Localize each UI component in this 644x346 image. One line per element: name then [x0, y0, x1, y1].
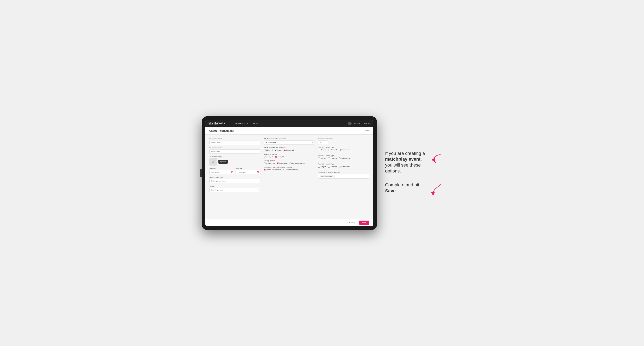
round1-fourball-radio[interactable] — [328, 149, 330, 151]
round2-fourball[interactable]: Fourball — [328, 157, 337, 159]
rounds-4[interactable]: 4 — [280, 156, 284, 158]
round3-foursomes[interactable]: Foursomes — [339, 166, 350, 168]
rounds-3-radio[interactable] — [275, 156, 277, 158]
scoring-match-radio[interactable] — [277, 162, 279, 164]
gender-combined-radio[interactable] — [284, 149, 286, 151]
round3-fourball[interactable]: Fourball — [328, 166, 337, 168]
round3-fourball-radio[interactable] — [328, 166, 330, 168]
gender-mens-radio[interactable] — [264, 149, 266, 151]
round1-label: Round 1 - Match Type — [318, 146, 369, 148]
tournament-logo-label: Tournament logo — [210, 156, 260, 158]
end-date-wrapper: 📅 — [236, 170, 260, 174]
round3-foursomes-radio[interactable] — [339, 166, 341, 168]
image-icon: 🖼 — [212, 160, 214, 164]
back-button[interactable]: ‹ Back — [364, 130, 369, 132]
event-teams[interactable]: Teams (+Individuals) — [264, 169, 282, 171]
rounds-1-radio[interactable] — [264, 156, 266, 158]
gender-womens[interactable]: Womens — [272, 149, 281, 151]
annotation-top: If you are creating a matchplay event, y… — [385, 151, 442, 174]
venue-field: Venue ▾ — [210, 185, 260, 192]
api-arrow-icon: ▾ — [362, 175, 363, 177]
api-select[interactable]: Leaderboard King ✕ ▾ — [318, 174, 369, 179]
round2-foursomes-radio[interactable] — [339, 157, 341, 159]
venue-input[interactable] — [210, 188, 260, 192]
rounds-3[interactable]: 3 — [275, 156, 278, 158]
round2-label: Round 2 - Match Type — [318, 155, 369, 157]
side-tab — [200, 169, 202, 177]
scoring-stroke[interactable]: Stroke Play — [264, 162, 275, 164]
nav-tournaments[interactable]: TOURNAMENTS — [230, 120, 250, 127]
annotation-bottom-text: Complete and hit Save. — [385, 182, 428, 194]
round3-singles[interactable]: Singles — [318, 166, 326, 168]
gender-mens[interactable]: Mens — [264, 149, 270, 151]
event-teams-radio[interactable] — [264, 169, 266, 171]
round3-singles-radio[interactable] — [318, 166, 320, 168]
tournament-host-input[interactable] — [210, 141, 260, 145]
api-close-icon[interactable]: ✕ — [333, 175, 334, 177]
round2-singles[interactable]: Singles — [318, 157, 326, 159]
gender-womens-radio[interactable] — [272, 149, 274, 151]
tournament-name-field: Tournament name — [210, 147, 260, 154]
tablet-screen: SCOREBOARD Powered by clippit TOURNAMENT… — [205, 120, 373, 226]
upload-button[interactable]: Upload — [218, 160, 228, 164]
round1-foursomes-radio[interactable] — [339, 149, 341, 151]
round2-section: Round 2 - Match Type Singles Fourball — [318, 155, 369, 159]
scoring-label: Scoring system — [264, 160, 315, 162]
round1-fourball[interactable]: Fourball — [328, 149, 337, 151]
division-select-wrapper: NCAA Division I ▾ — [264, 140, 315, 145]
venue-select-wrapper: ▾ — [210, 188, 260, 192]
division-select[interactable]: NCAA Division I ▾ — [264, 140, 315, 145]
tablet-device: SCOREBOARD Powered by clippit TOURNAMENT… — [202, 116, 377, 230]
event-individuals[interactable]: Individuals Only — [284, 169, 298, 171]
logo-placeholder: 🖼 — [210, 158, 217, 166]
gender-label: Which gender is the event for? — [264, 147, 315, 149]
round2-fourball-radio[interactable] — [328, 157, 330, 159]
cancel-button[interactable]: Cancel — [347, 221, 357, 225]
nav-right: T Test User | Sign out — [348, 122, 370, 125]
api-badge: Leaderboard King ✕ — [320, 175, 335, 177]
round1-singles[interactable]: Singles — [318, 149, 326, 151]
third-party-api-label: Use third-party live scoring API? — [318, 172, 369, 173]
scoring-stroke-radio[interactable] — [264, 162, 266, 164]
annotation-top-text: If you are creating a matchplay event, y… — [385, 151, 428, 174]
max-team-size-field: Maximum Team Size — [318, 138, 369, 144]
signout-link[interactable]: Sign out — [364, 123, 370, 124]
nav-links: TOURNAMENTS TEAMS — [230, 120, 262, 127]
rounds-1[interactable]: 1 — [264, 156, 267, 158]
sponsor-field: Sponsor (optional) — [210, 176, 260, 183]
tournament-name-input[interactable] — [210, 149, 260, 154]
end-date-input[interactable] — [236, 170, 260, 174]
arrow-top-icon — [430, 153, 442, 163]
round3-label: Round 3 - Match Type — [318, 163, 369, 165]
save-button[interactable]: Save — [359, 221, 369, 225]
venue-label: Venue — [210, 185, 260, 187]
tournament-host-select-wrapper — [210, 140, 260, 145]
tournament-host-label: Tournament Host — [210, 138, 260, 140]
sponsor-label: Sponsor (optional) — [210, 176, 260, 178]
start-date-input[interactable] — [210, 170, 234, 174]
event-individuals-radio[interactable] — [284, 169, 286, 171]
scoring-medal[interactable]: Medal Match Play — [290, 162, 305, 164]
sponsor-input[interactable] — [210, 179, 260, 183]
scoring-medal-radio[interactable] — [290, 162, 292, 164]
round1-foursomes[interactable]: Foursomes — [339, 149, 350, 151]
tournament-name-label: Tournament name — [210, 147, 260, 149]
brand-name: SCOREBOARD — [208, 122, 226, 124]
form-left-column: Tournament Host Tournament name Tour — [210, 138, 260, 192]
annotation-bold-save: Save — [385, 188, 396, 193]
round2-foursomes[interactable]: Foursomes — [339, 157, 350, 159]
gender-combined[interactable]: Combined — [284, 149, 294, 151]
rounds-2-radio[interactable] — [269, 156, 271, 158]
brand-logo: SCOREBOARD Powered by clippit — [208, 122, 226, 125]
form-right-column: Maximum Team Size Round 1 - Match Type S… — [318, 138, 369, 192]
round1-singles-radio[interactable] — [318, 149, 320, 151]
rounds-4-radio[interactable] — [280, 156, 282, 158]
page-wrapper: SCOREBOARD Powered by clippit TOURNAMENT… — [179, 116, 466, 230]
nav-teams[interactable]: TEAMS — [250, 120, 262, 127]
scoring-match[interactable]: Match Play — [277, 162, 288, 164]
round3-section: Round 3 - Match Type Singles Fourball — [318, 163, 369, 168]
round2-singles-radio[interactable] — [318, 157, 320, 159]
max-team-size-input[interactable] — [318, 140, 328, 144]
rounds-2[interactable]: 2 — [269, 156, 273, 158]
api-select-wrapper: Leaderboard King ✕ ▾ — [318, 174, 369, 179]
